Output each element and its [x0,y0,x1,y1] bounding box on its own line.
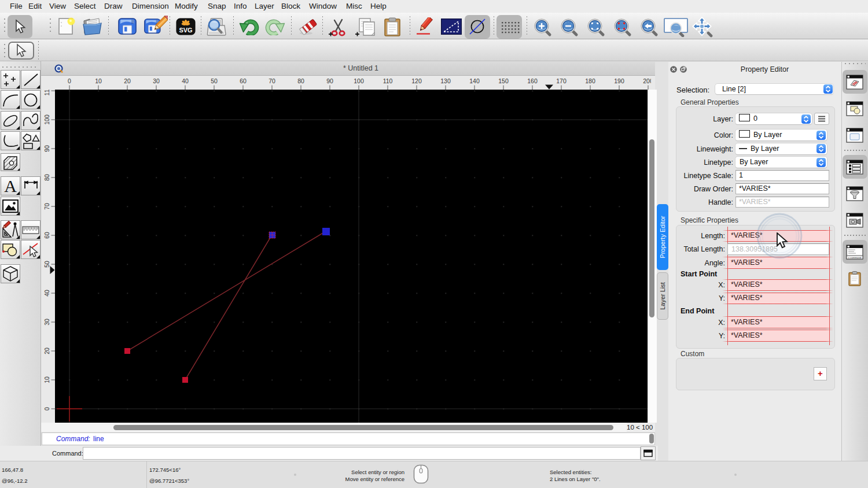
svg-text:0: 0 [68,77,71,84]
svg-text:140: 140 [469,77,480,84]
svg-text:40: 40 [182,77,189,84]
svg-text:10: 10 [43,376,50,383]
svg-text:190: 190 [614,77,624,84]
svg-text:150: 150 [498,77,509,84]
svg-text:10: 10 [95,77,102,84]
svg-text:c command: c command [848,256,862,259]
svg-text:110: 110 [43,90,50,95]
svg-text:120: 120 [411,77,422,84]
svg-text:50: 50 [43,261,50,268]
svg-text:70: 70 [43,203,50,210]
svg-text:80: 80 [297,77,304,84]
svg-text:110: 110 [383,77,393,84]
svg-text:170: 170 [556,77,567,84]
svg-text:100: 100 [43,114,50,125]
svg-text:30: 30 [43,319,50,326]
svg-text:160: 160 [527,77,538,84]
svg-text:200: 200 [643,77,651,84]
svg-text:90: 90 [43,145,50,152]
svg-text:100: 100 [354,77,364,84]
svg-text:60: 60 [43,232,50,239]
svg-text:180: 180 [585,77,595,84]
svg-text:70: 70 [269,77,275,84]
svg-text:30: 30 [153,77,160,84]
svg-text:0: 0 [43,407,50,411]
svg-text:130: 130 [440,77,451,84]
svg-text:60: 60 [240,77,247,84]
svg-text:40: 40 [43,290,50,297]
svg-text:20: 20 [43,347,50,354]
svg-text:50: 50 [211,77,218,84]
svg-text:A: A [4,177,17,195]
svg-text:90: 90 [326,77,333,84]
svg-text:80: 80 [43,174,50,181]
svg-text:20: 20 [124,77,131,84]
svg-text:SVG: SVG [179,27,192,34]
